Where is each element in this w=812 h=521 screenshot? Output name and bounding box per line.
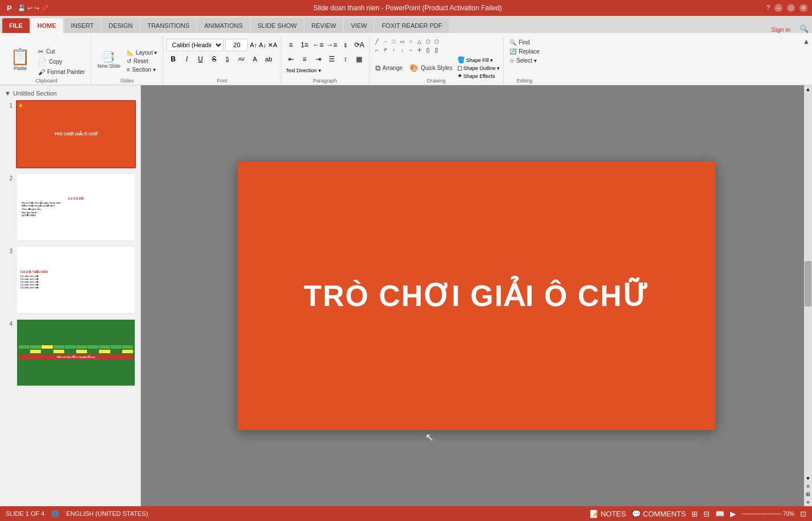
down-arrow[interactable]: ↓ xyxy=(399,46,407,54)
slide-3-thumb[interactable]: CHI ĐỘI THIẾU NIÊN Cá nhân tiên tiến Cá … xyxy=(16,246,136,314)
oval-shape[interactable]: ○ xyxy=(407,38,415,46)
arrange-button[interactable]: ⧉Arrange xyxy=(373,63,405,74)
up-arrow[interactable]: ↑ xyxy=(390,46,398,54)
bent-arrow[interactable]: ↱ xyxy=(382,46,390,54)
columns-button[interactable]: ⫾ xyxy=(339,39,352,51)
find-button[interactable]: 🔍Find xyxy=(507,39,532,46)
replace-button[interactable]: 🔄Replace xyxy=(507,48,542,55)
slide-sorter-button[interactable]: ⊟ xyxy=(703,510,710,518)
align-left-button[interactable]: ⇤ xyxy=(285,53,297,65)
zoom-control[interactable]: ─────○──── 70% xyxy=(741,511,794,517)
pentagon-shape[interactable]: ⬠ xyxy=(424,38,432,46)
increase-indent-button[interactable]: →≡ xyxy=(326,39,338,51)
text-direction2-button[interactable]: ▦ xyxy=(353,53,366,65)
arrow-shape[interactable]: → xyxy=(382,38,390,46)
font-family-select[interactable]: Calibri (Heading) xyxy=(167,39,223,51)
brace-shape[interactable]: {} xyxy=(424,46,432,54)
normal-view-button[interactable]: ⊞ xyxy=(691,510,698,518)
shadow-button[interactable]: S̲ xyxy=(221,53,234,65)
slide-1-star: ★ xyxy=(18,102,23,109)
help-button[interactable]: ? xyxy=(767,4,770,12)
section-button[interactable]: ≡Section ▾ xyxy=(125,66,160,73)
tab-insert[interactable]: INSERT xyxy=(64,18,101,33)
line-spacing-button[interactable]: ↕ xyxy=(339,53,352,65)
text-highlight-button[interactable]: ab xyxy=(262,53,275,65)
slide-1-number: 1 xyxy=(5,102,13,109)
decrease-indent-button[interactable]: ←≡ xyxy=(312,39,325,51)
select-button[interactable]: ⊹Select ▾ xyxy=(507,57,539,64)
shape-outline-button[interactable]: ◻Shape Outline ▾ xyxy=(457,64,500,72)
hexagon-shape[interactable]: ⬡ xyxy=(433,38,441,46)
decrease-font-button[interactable]: A↓ xyxy=(259,42,266,48)
reset-button[interactable]: ↺Reset xyxy=(125,57,160,65)
slide-2-thumb[interactable]: S.A CHI ĐỘI Đã xét thấy văn bản ngày thá… xyxy=(16,173,136,241)
slide-3-wrapper: 3 CHI ĐỘI THIẾU NIÊN Cá nhân tiên tiến C… xyxy=(5,246,136,314)
font-color-button[interactable]: A xyxy=(248,53,261,65)
bullets-button[interactable]: ≡ xyxy=(285,39,297,51)
new-slide-button[interactable]: 📑 New Slide xyxy=(94,50,123,71)
align-center-button[interactable]: ≡ xyxy=(299,53,311,65)
rounded-rect-shape[interactable]: ▭ xyxy=(399,38,407,46)
editing-group: 🔍Find 🔄Replace ⊹Select ▾ Editing xyxy=(504,35,545,85)
slide-3-number: 3 xyxy=(5,248,13,254)
tab-review[interactable]: REVIEW xyxy=(305,18,343,33)
align-right-button[interactable]: ⇥ xyxy=(312,53,325,65)
minimize-button[interactable]: ─ xyxy=(774,4,782,12)
section-header[interactable]: ▼ Untitled Section xyxy=(5,90,136,97)
tab-slideshow[interactable]: SLIDE SHOW xyxy=(251,18,304,33)
canvas-area[interactable]: TRÒ CHƠI GIẢI Ô CHỮ ↖ ▲ ▼ ≡ ⊞ ≡ xyxy=(141,85,812,506)
slide-4-wrapper: 4 xyxy=(5,319,136,387)
triangle-shape[interactable]: △ xyxy=(416,38,424,46)
font-size-input[interactable] xyxy=(225,39,248,51)
sign-in-button[interactable]: Sign in xyxy=(767,26,795,33)
char-spacing-button[interactable]: AV xyxy=(235,53,247,65)
layout-button[interactable]: 📐Layout ▾ xyxy=(125,49,160,56)
slide-main-title: TRÒ CHƠI GIẢI Ô CHỮ xyxy=(292,267,661,324)
comments-button[interactable]: 💬 COMMENTS xyxy=(632,510,686,518)
bracket-shape[interactable]: [] xyxy=(433,46,441,54)
slide-4-thumb[interactable]: Bấm vào đây để trò chuyện bổ sung xyxy=(16,319,136,387)
bold-button[interactable]: B xyxy=(167,53,179,65)
quad-arrow[interactable]: ✛ xyxy=(416,46,424,54)
reading-view-button[interactable]: 📖 xyxy=(715,510,724,518)
numbering-button[interactable]: 1≡ xyxy=(299,39,311,51)
increase-font-button[interactable]: A↑ xyxy=(250,42,257,48)
shape-fill-button[interactable]: 🪣Shape Fill ▾ xyxy=(457,56,500,64)
tab-animations[interactable]: ANIMATIONS xyxy=(197,18,250,33)
text-direction-label[interactable]: Text Direction ▾ xyxy=(285,67,322,74)
slide-4-content: Bấm vào đây để trò chuyện bổ sung xyxy=(17,320,135,386)
close-button[interactable]: ✕ xyxy=(799,4,807,12)
tab-design[interactable]: DESIGN xyxy=(102,18,139,33)
text-direction-button[interactable]: ⟳A xyxy=(353,39,366,51)
paste-button[interactable]: 📋 Paste xyxy=(6,44,35,77)
quick-styles-button[interactable]: 🎨Quick Styles xyxy=(407,63,455,73)
slideshow-button[interactable]: ▶ xyxy=(730,510,736,518)
tab-view[interactable]: VIEW xyxy=(344,18,374,33)
format-painter-button[interactable]: 🖌 Format Painter xyxy=(36,68,87,77)
collapse-ribbon-button[interactable]: ▲ xyxy=(803,35,810,85)
tab-home[interactable]: HOME xyxy=(31,18,63,33)
drawing-group: ╱ → □ ▭ ○ △ ⬠ ⬡ ⌐ ↱ ↑ ↓ ↔ ✛ {} [] ⧉Arran… xyxy=(370,35,504,85)
underline-button[interactable]: U xyxy=(194,53,206,65)
slide-1-thumb[interactable]: TRÒ CHƠI GIẢI Ô CHỮ ★ xyxy=(16,100,136,168)
clear-format-button[interactable]: ✕A xyxy=(268,42,277,49)
line-shape[interactable]: ╱ xyxy=(373,38,381,46)
search-button[interactable]: 🔍 xyxy=(796,24,812,33)
tab-transitions[interactable]: TRANSITIONS xyxy=(140,18,196,33)
lr-arrow[interactable]: ↔ xyxy=(407,46,415,54)
maximize-button[interactable]: □ xyxy=(787,4,795,12)
strikethrough-button[interactable]: S xyxy=(208,53,220,65)
rect-shape[interactable]: □ xyxy=(390,38,398,46)
justify-button[interactable]: ☰ xyxy=(326,53,338,65)
elbow-shape[interactable]: ⌐ xyxy=(373,46,381,54)
notes-button[interactable]: 📝 NOTES xyxy=(590,510,626,518)
copy-button[interactable]: 📄 Copy xyxy=(36,57,87,67)
italic-button[interactable]: I xyxy=(180,53,193,65)
tab-file[interactable]: FILE xyxy=(2,18,30,33)
slide-count-label: SLIDE 1 OF 4 xyxy=(6,510,44,517)
slide-canvas[interactable]: TRÒ CHƠI GIẢI Ô CHỮ xyxy=(238,162,715,430)
cut-button[interactable]: ✂ Cut xyxy=(36,47,87,56)
vertical-scrollbar[interactable]: ▲ ▼ ≡ ⊞ ≡ xyxy=(804,85,812,506)
tab-foxit[interactable]: FOXIT READER PDF xyxy=(375,18,449,33)
fit-to-window-button[interactable]: ⊡ xyxy=(800,510,806,518)
